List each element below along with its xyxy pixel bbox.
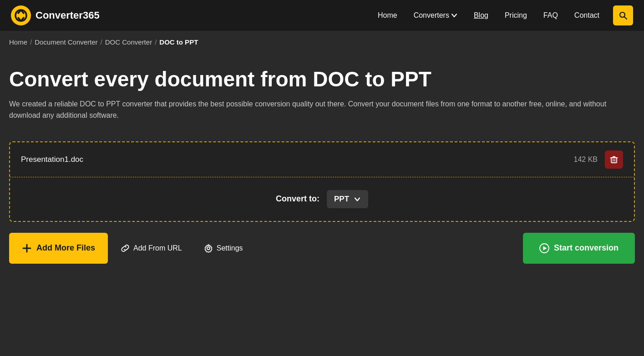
link-icon (121, 244, 130, 253)
add-from-url-label: Add From URL (133, 244, 182, 252)
start-conversion-label: Start conversion (554, 243, 619, 253)
file-right: 142 KB (574, 150, 623, 169)
nav-contact[interactable]: Contact (568, 8, 606, 23)
file-row: Presentation1.doc 142 KB (10, 142, 634, 177)
format-select-wrapper[interactable]: PPT (327, 190, 368, 208)
breadcrumb-sep-2: / (101, 38, 102, 46)
svg-point-9 (207, 247, 210, 250)
nav-links: Home Converters Blog Pricing FAQ Contact (371, 5, 633, 25)
breadcrumb-document-converter[interactable]: Document Converter (35, 38, 97, 46)
file-size: 142 KB (574, 155, 598, 164)
add-from-url-button[interactable]: Add From URL (112, 233, 191, 264)
hero-description: We created a reliable DOC to PPT convert… (9, 98, 628, 121)
gear-icon (204, 244, 213, 253)
page-title: Convert every document from DOC to PPT (9, 68, 635, 91)
play-icon (539, 243, 549, 253)
svg-marker-11 (543, 246, 547, 250)
action-bar: Add More Files Add From URL Settings Sta… (0, 226, 644, 271)
nav-faq[interactable]: FAQ (537, 8, 564, 23)
svg-rect-3 (611, 158, 617, 163)
nav-home[interactable]: Home (371, 8, 404, 23)
convert-to-label: Convert to: (276, 194, 319, 204)
action-bar-left: Add More Files Add From URL Settings (9, 233, 252, 264)
svg-line-2 (624, 17, 627, 20)
nav-blog[interactable]: Blog (467, 8, 495, 23)
breadcrumb-home[interactable]: Home (9, 38, 27, 46)
format-chevron-icon (354, 196, 361, 203)
breadcrumb-sep-1: / (30, 38, 32, 46)
chevron-down-icon (451, 12, 457, 19)
add-more-files-button[interactable]: Add More Files (9, 233, 108, 264)
breadcrumb: Home / Document Converter / DOC Converte… (0, 31, 644, 53)
convert-options: Convert to: PPT (10, 177, 634, 221)
brand-logo[interactable]: Converter365 (11, 5, 100, 25)
settings-button[interactable]: Settings (195, 233, 252, 264)
svg-point-0 (11, 5, 31, 25)
breadcrumb-sep-3: / (155, 38, 157, 46)
navbar: Converter365 Home Converters Blog Pricin… (0, 0, 644, 31)
start-conversion-button[interactable]: Start conversion (523, 233, 635, 264)
hero-section: Convert every document from DOC to PPT W… (0, 53, 644, 132)
delete-file-button[interactable] (605, 150, 623, 169)
search-icon (619, 11, 628, 20)
nav-converters[interactable]: Converters (407, 8, 464, 23)
brand-name: Converter365 (35, 10, 100, 21)
nav-pricing[interactable]: Pricing (498, 8, 533, 23)
format-value: PPT (334, 195, 349, 204)
plus-icon (22, 243, 32, 253)
converter-box: Presentation1.doc 142 KB Convert to: PPT (9, 141, 635, 222)
breadcrumb-current: DOC to PPT (159, 38, 198, 46)
logo-icon (11, 5, 31, 25)
search-button[interactable] (613, 5, 633, 25)
settings-label: Settings (217, 244, 243, 252)
add-more-files-label: Add More Files (36, 243, 95, 253)
trash-icon (609, 155, 619, 164)
file-name: Presentation1.doc (21, 155, 83, 164)
breadcrumb-doc-converter[interactable]: DOC Converter (105, 38, 152, 46)
